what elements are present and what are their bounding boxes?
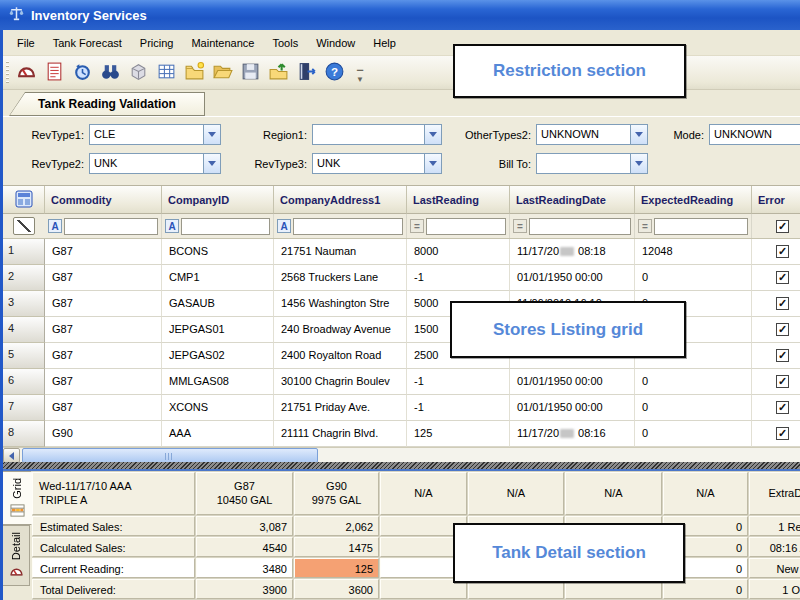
dropdown-arrow-icon[interactable]: [424, 125, 441, 144]
dropdown-arrow-icon[interactable]: [203, 154, 220, 173]
row-number[interactable]: 6: [3, 369, 45, 395]
column-header-commodity[interactable]: Commodity: [45, 186, 162, 214]
error-filter-checkbox[interactable]: ✓: [776, 220, 789, 233]
detail-cell: 2,062: [294, 516, 379, 536]
column-header-companyaddress1[interactable]: CompanyAddress1: [274, 186, 407, 214]
dropdown-arrow-icon[interactable]: [630, 125, 647, 144]
error-checkbox[interactable]: ✓: [776, 297, 789, 310]
row-number[interactable]: 2: [3, 265, 45, 291]
row-number[interactable]: 4: [3, 317, 45, 343]
column-header-lastreading[interactable]: LastReading: [407, 186, 510, 214]
menu-item-tank-forecast[interactable]: Tank Forecast: [44, 33, 131, 53]
filter-cell-companyid[interactable]: A: [162, 214, 274, 238]
package-button[interactable]: [124, 59, 152, 87]
filter-input[interactable]: [426, 218, 506, 235]
help-button[interactable]: ?: [320, 59, 348, 87]
column-header-expectedreading[interactable]: ExpectedReading: [635, 186, 752, 214]
title-bar[interactable]: Inventory Services: [0, 0, 800, 30]
filter-field-bill-to: Bill To:: [443, 153, 648, 174]
column-header-companyid[interactable]: CompanyID: [162, 186, 274, 214]
clear-filter-button[interactable]: [3, 214, 45, 238]
filter-input[interactable]: [181, 218, 270, 235]
export-button[interactable]: [264, 59, 292, 87]
detail-header-cell: Wed-11/17/10 AAATRIPLE A: [32, 472, 195, 515]
combo-mode[interactable]: UNKNOWN: [709, 124, 800, 145]
error-checkbox[interactable]: ✓: [776, 349, 789, 362]
combo-revtype3[interactable]: UNK: [312, 153, 442, 174]
row-number[interactable]: 7: [3, 395, 45, 421]
tab-tank-reading-validation[interactable]: Tank Reading Validation: [9, 92, 205, 116]
side-tab-label: Detail: [10, 532, 22, 560]
error-checkbox[interactable]: ✓: [776, 323, 789, 336]
cell-error: ✓: [752, 369, 800, 395]
scroll-left-button[interactable]: [3, 448, 20, 463]
column-header-error[interactable]: Error: [752, 186, 800, 214]
filter-input[interactable]: [529, 218, 631, 235]
cell-company-address: 30100 Chagrin Boulev: [274, 369, 407, 395]
combo-region1[interactable]: [312, 124, 442, 145]
dropdown-arrow-icon[interactable]: [424, 154, 441, 173]
cell-error: ✓: [752, 265, 800, 291]
filter-cell-expectedreading[interactable]: =: [635, 214, 752, 238]
gauge-button[interactable]: [12, 59, 40, 87]
grid-header-row: CommodityCompanyIDCompanyAddress1LastRea…: [3, 186, 800, 214]
menu-item-help[interactable]: Help: [364, 33, 405, 53]
menu-item-maintenance[interactable]: Maintenance: [182, 33, 263, 53]
history-button[interactable]: [68, 59, 96, 87]
section-splitter[interactable]: [0, 462, 800, 469]
filter-cell-lastreadingdate[interactable]: =: [510, 214, 635, 238]
filter-input[interactable]: [64, 218, 158, 235]
report-button[interactable]: [40, 59, 68, 87]
row-number[interactable]: 3: [3, 291, 45, 317]
filter-label: RevType3:: [247, 158, 307, 170]
error-checkbox[interactable]: ✓: [776, 375, 789, 388]
toolbar-grip[interactable]: [6, 61, 9, 85]
menu-item-file[interactable]: File: [8, 33, 44, 53]
side-tab-grid[interactable]: Grid: [3, 471, 32, 525]
combo-revtype2[interactable]: UNK: [89, 153, 221, 174]
menu-item-window[interactable]: Window: [307, 33, 364, 53]
filter-cell-commodity[interactable]: A: [45, 214, 162, 238]
error-checkbox[interactable]: ✓: [776, 245, 789, 258]
filter-cell-lastreading[interactable]: =: [407, 214, 510, 238]
error-checkbox[interactable]: ✓: [776, 427, 789, 440]
menu-item-tools[interactable]: Tools: [263, 33, 307, 53]
new-folder-button[interactable]: [180, 59, 208, 87]
combo-bill-to[interactable]: [536, 153, 648, 174]
report-icon: [44, 61, 65, 85]
filter-input[interactable]: [293, 218, 403, 235]
restriction-panel: RevType1:CLERegion1:OtherTypes2:UNKNOWNM…: [3, 116, 800, 185]
cell-last-reading-date: 01/01/1950 00:00: [510, 395, 635, 421]
dropdown-arrow-icon[interactable]: [203, 125, 220, 144]
grid-corner-button[interactable]: [3, 186, 45, 214]
callout-stores-listing-grid: Stores Listing grid: [450, 301, 686, 358]
combo-revtype1[interactable]: CLE: [89, 124, 221, 145]
row-number[interactable]: 8: [3, 421, 45, 447]
side-tab-detail[interactable]: Detail: [3, 525, 30, 586]
binoculars-button[interactable]: [96, 59, 124, 87]
binoculars-icon: [100, 61, 121, 85]
combo-othertypes2[interactable]: UNKNOWN: [536, 124, 648, 145]
cell-expected-reading: 0: [635, 369, 752, 395]
row-number[interactable]: 5: [3, 343, 45, 369]
filter-input[interactable]: [654, 218, 748, 235]
menu-item-pricing[interactable]: Pricing: [131, 33, 183, 53]
filter-cell-error[interactable]: ✓: [752, 214, 800, 238]
horizontal-scrollbar[interactable]: [3, 447, 800, 463]
cell-error: ✓: [752, 343, 800, 369]
detail-row-label: Estimated Sales:: [32, 516, 195, 536]
grid-button[interactable]: [152, 59, 180, 87]
column-header-lastreadingdate[interactable]: LastReadingDate: [510, 186, 635, 214]
scroll-thumb[interactable]: [22, 448, 318, 463]
detail-row-label: Calculated Sales:: [32, 537, 195, 557]
error-checkbox[interactable]: ✓: [776, 401, 789, 414]
row-number[interactable]: 1: [3, 239, 45, 265]
save-button[interactable]: [236, 59, 264, 87]
filter-cell-companyaddress1[interactable]: A: [274, 214, 407, 238]
exit-button[interactable]: [292, 59, 320, 87]
dropdown-arrow-icon[interactable]: [630, 154, 647, 173]
table-row: 1G87BCONS21751 Nauman800011/17/20 08:181…: [3, 239, 800, 265]
toolbar-overflow-button[interactable]: ▔ ▼: [356, 64, 364, 82]
error-checkbox[interactable]: ✓: [776, 271, 789, 284]
open-folder-button[interactable]: [208, 59, 236, 87]
